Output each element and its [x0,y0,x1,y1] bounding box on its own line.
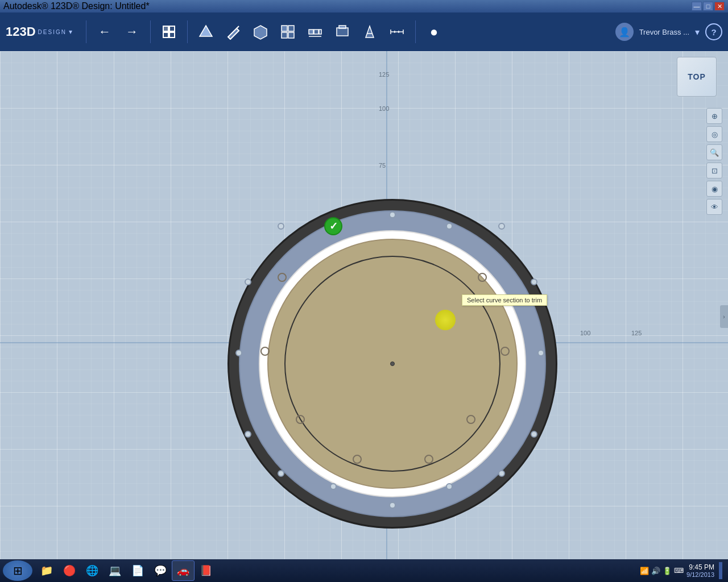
trim-tooltip: Select curve section to trim [462,294,547,306]
taskbar-network-icon: 📶 [640,567,649,575]
measure-button[interactable] [384,19,410,44]
svg-rect-15 [337,28,348,36]
svg-rect-7 [282,26,287,31]
logo[interactable]: 123D DESIGN ▾ [6,24,72,39]
user-name-label: Trevor Brass ... [639,28,689,36]
bolt-bottom-left2 [278,470,284,477]
view-cube-label: TOP [688,72,706,81]
grid-label-125-top: 125 [379,71,389,78]
taskbar-browser[interactable]: 🌐 [81,560,104,581]
grid-label-125-right: 125 [631,330,642,336]
taskbar: ⊞ 📁 🔴 🌐 💻 📄 💬 🚗 📕 📶 🔊 🔋 ⌨ 9:45 PM 9/12/2… [0,559,728,582]
taskbar-computer[interactable]: 💻 [104,560,126,581]
hole-bottom-center-left [353,455,362,464]
design-object [228,199,557,529]
bolt-top-left1 [278,223,284,230]
hole-top-left [278,273,287,282]
taskbar-docs[interactable]: 📄 [126,560,149,581]
svg-rect-9 [282,32,287,38]
svg-rect-10 [288,32,294,38]
bolt-right [531,278,537,285]
grid-label-75-top: 75 [379,162,386,169]
close-button[interactable]: ✕ [714,2,725,11]
user-area: 👤 Trevor Brass ... ▾ ? [615,23,722,41]
toolbar-separator-1 [86,20,86,43]
modify-button[interactable] [275,19,300,44]
toolbar-separator-2 [150,20,151,43]
bolt-bottom-left1 [330,483,337,490]
hole-right [500,347,510,356]
bolt-top-right2 [498,223,505,230]
pattern-button[interactable] [303,19,328,44]
logo-dropdown-arrow[interactable]: ▾ [69,28,72,36]
center-dot [390,361,395,366]
hole-bottom-right [466,415,475,424]
sketch-button[interactable] [221,19,246,44]
svg-rect-3 [169,32,175,38]
svg-rect-12 [314,30,318,34]
taskbar-skype[interactable]: 💬 [149,560,172,581]
bolt-top [389,211,396,218]
taskbar-app-red[interactable]: 🔴 [58,560,81,581]
svg-rect-11 [309,30,313,34]
show-desktop-button[interactable] [719,562,722,579]
toolbar-separator-4 [415,20,416,43]
clock-time: 9:45 PM [686,563,714,571]
group-button[interactable] [330,19,355,44]
title-bar: Autodesk® 123D® Design: Untitled* — □ ✕ [0,0,728,13]
undo-button[interactable]: ← [92,19,117,44]
taskbar-pdf[interactable]: 📕 [195,560,217,581]
redo-button[interactable]: → [119,19,144,44]
bolt-bottom [389,502,396,509]
svg-marker-4 [200,26,212,36]
pan-view-button[interactable]: ◎ [706,126,722,142]
taskbar-right: 📶 🔊 🔋 ⌨ 9:45 PM 9/12/2013 [640,562,725,579]
primitives-button[interactable] [193,19,218,44]
view-cube[interactable]: TOP [677,57,717,97]
title-bar-controls: — □ ✕ [692,2,725,11]
taskbar-123d[interactable]: 🚗 [172,560,195,581]
svg-rect-8 [288,26,294,31]
svg-rect-16 [339,26,346,28]
title-text: Autodesk® 123D® Design: Untitled* [3,1,150,11]
text3d-button[interactable] [357,19,382,44]
taskbar-volume-icon: 🔊 [651,567,660,575]
bolt-top-right1 [446,223,453,230]
grid-label-100-top: 100 [379,105,389,112]
start-icon: ⊞ [13,564,23,577]
minimize-button[interactable]: — [692,2,702,11]
bolt-right2 [537,350,544,356]
system-clock[interactable]: 9:45 PM 9/12/2013 [686,563,714,578]
material-button[interactable]: ● [421,19,446,44]
zoom-view-button[interactable]: 🔍 [706,144,722,160]
toolbar-separator-3 [187,20,188,43]
svg-rect-0 [163,26,168,31]
help-button[interactable]: ? [705,23,722,40]
rotate-view-button[interactable]: ⊕ [706,108,722,124]
taskbar-folder[interactable]: 📁 [35,560,58,581]
maximize-button[interactable]: □ [703,2,713,11]
hole-left [260,347,270,356]
confirm-checkmark-button[interactable]: ✓ [324,217,342,235]
snap-button[interactable] [156,19,181,44]
user-dropdown-arrow[interactable]: ▾ [695,27,700,38]
user-avatar-icon: 👤 [615,23,634,41]
right-panel-toggle[interactable]: › [720,305,728,328]
bolt-bottom-left3 [245,431,251,438]
hole-bottom-center-right [424,455,433,464]
hole-top-right [478,273,487,282]
display-mode-button[interactable]: 👁 [706,199,722,215]
perspective-button[interactable]: ◉ [706,181,722,197]
start-button[interactable]: ⊞ [3,560,32,581]
fit-view-button[interactable]: ⊡ [706,163,722,178]
bolt-left1 [235,350,242,356]
view-controls-panel: ⊕ ◎ 🔍 ⊡ ◉ 👁 [706,108,722,215]
svg-rect-2 [163,32,168,38]
clock-date: 9/12/2013 [686,571,714,578]
hole-bottom-left [296,415,305,424]
taskbar-keyboard-icon: ⌨ [674,567,684,575]
construct-button[interactable] [248,19,273,44]
bolt-bottom-right1 [531,431,537,438]
bolt-left2 [245,278,251,285]
svg-marker-6 [254,26,267,39]
